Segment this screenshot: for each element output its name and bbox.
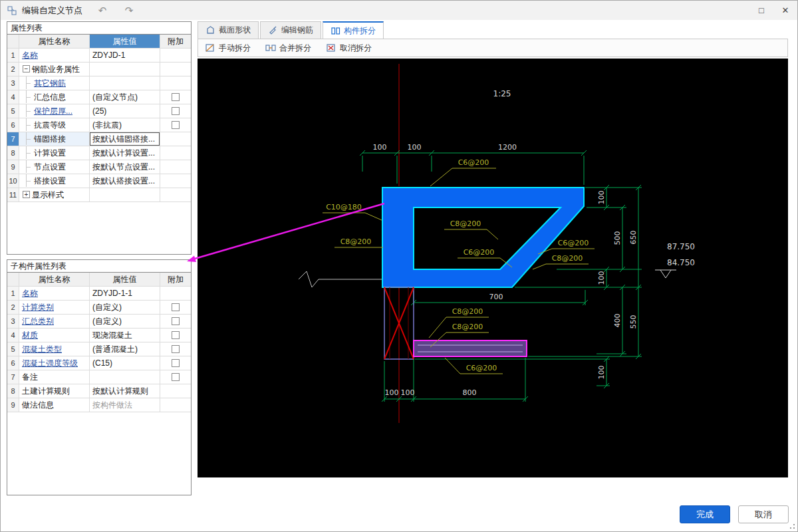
property-value[interactable]: 按构件做法 — [90, 398, 160, 412]
checkbox[interactable] — [172, 373, 180, 381]
checkbox[interactable] — [172, 359, 180, 367]
toolbar-label: 合并拆分 — [279, 43, 311, 54]
property-value[interactable]: 按默认计算规则 — [90, 384, 160, 398]
checkbox[interactable] — [172, 121, 180, 129]
rebar-label: C8@200 — [450, 219, 481, 228]
table-row[interactable]: 2 计算类别 (自定义) — [7, 301, 191, 315]
table-row[interactable]: 1 名称 ZDYJD-1 — [7, 49, 191, 63]
redo-icon[interactable]: ↷ — [122, 5, 136, 17]
rebar-label: C8@200 — [452, 323, 483, 331]
property-name-label[interactable]: 混凝土类型 — [22, 344, 62, 354]
property-name-label: 显示样式 — [32, 190, 64, 200]
tab-component-split[interactable]: 构件拆分 — [323, 21, 384, 39]
row-number: 7 — [7, 370, 19, 384]
property-value[interactable]: (普通混凝土) — [90, 342, 160, 356]
cancel-button[interactable]: 取消 — [738, 505, 789, 523]
table-row[interactable]: 4 材质 现浇混凝土 — [7, 329, 191, 342]
table-row[interactable]: 5 混凝土类型 (普通混凝土) — [7, 342, 191, 356]
merge-split-button[interactable]: 合并拆分 — [265, 43, 311, 54]
property-value[interactable]: (C15) — [90, 356, 160, 370]
table-row[interactable]: 3 汇总类别 (自定义) — [7, 315, 191, 329]
dim-label: 550 — [629, 315, 638, 329]
property-name-label[interactable]: 其它钢筋 — [34, 78, 66, 88]
property-name-label: 抗震等级 — [34, 120, 66, 130]
property-value[interactable]: 按默认搭接设置... — [90, 174, 160, 188]
property-name-label: 汇总信息 — [34, 92, 66, 102]
maximize-button[interactable]: □ — [749, 1, 773, 20]
property-name-label[interactable]: 混凝土强度等级 — [22, 358, 78, 368]
tab-section-shape[interactable]: 截面形状 — [198, 21, 259, 39]
table-row-selected[interactable]: 7 锚固搭接 按默认锚固搭接... — [7, 132, 191, 146]
property-value[interactable]: ZDYJD-1 — [90, 49, 160, 62]
table-header: 属性名称 属性值 附加 — [7, 35, 191, 49]
resize-grip[interactable] — [788, 522, 795, 529]
property-value[interactable]: (非抗震) — [90, 118, 160, 132]
property-value[interactable]: (自定义节点) — [90, 90, 160, 104]
table-row[interactable]: 6 抗震等级 (非抗震) — [7, 118, 191, 132]
title-bar: 编辑自定义节点 ↶ ↷ □ ✕ — [1, 1, 797, 20]
table-row[interactable]: 4 汇总信息 (自定义节点) — [7, 90, 191, 104]
cancel-split-button[interactable]: 取消拆分 — [326, 43, 372, 54]
dim-label: 650 — [629, 231, 638, 245]
drawing-canvas[interactable]: 1:25 — [198, 59, 788, 477]
property-value[interactable]: 按默认节点设置... — [90, 160, 160, 174]
table-row[interactable]: 1 名称 ZDYJD-1-1 — [7, 287, 191, 301]
checkbox[interactable] — [172, 93, 180, 101]
table-row[interactable]: 9 节点设置 按默认节点设置... — [7, 160, 191, 174]
rebar-label: C6@200 — [464, 248, 495, 257]
checkbox[interactable] — [172, 303, 180, 311]
table-row[interactable]: 11 +显示样式 — [7, 188, 191, 202]
property-name-label: 计算设置 — [34, 148, 66, 158]
extra-cell — [160, 398, 191, 412]
table-row[interactable]: 3 其它钢筋 — [7, 76, 191, 90]
table-row[interactable]: 8 计算设置 按默认计算设置... — [7, 146, 191, 160]
close-button[interactable]: ✕ — [773, 1, 797, 20]
table-row[interactable]: 6 混凝土强度等级 (C15) — [7, 356, 191, 370]
manual-split-icon — [205, 43, 215, 53]
property-value-editor[interactable]: 按默认锚固搭接... — [90, 132, 160, 146]
table-row[interactable]: 5 保护层厚... (25) — [7, 104, 191, 118]
checkbox[interactable] — [172, 331, 180, 339]
property-value[interactable] — [90, 76, 160, 90]
extra-cell — [160, 132, 191, 146]
section-shape[interactable] — [382, 188, 584, 287]
property-value[interactable]: (自定义) — [90, 315, 160, 328]
table-row[interactable]: 9 做法信息 按构件做法 — [7, 398, 191, 412]
dim-label: 1200 — [498, 143, 517, 152]
table-row[interactable]: 8 土建计算规则 按默认计算规则 — [7, 384, 191, 398]
extra-cell — [160, 146, 191, 160]
selected-slab[interactable] — [414, 340, 527, 356]
property-value[interactable] — [90, 63, 160, 76]
manual-split-button[interactable]: 手动拆分 — [205, 43, 251, 54]
table-row[interactable]: 7 备注 — [7, 370, 191, 384]
header-blank — [7, 273, 19, 286]
property-value[interactable]: 按默认计算设置... — [90, 146, 160, 160]
property-name-label[interactable]: 汇总类别 — [22, 317, 54, 326]
checkbox[interactable] — [172, 317, 180, 325]
property-list-panel: 属性列表 属性名称 属性值 附加 1 名称 ZDYJD-1 2 −钢筋业务属性 … — [7, 21, 192, 255]
dim-label: 800 — [463, 388, 477, 397]
property-name-label[interactable]: 名称 — [22, 51, 38, 60]
property-value[interactable] — [90, 188, 160, 201]
property-name-label[interactable]: 计算类别 — [22, 303, 54, 312]
property-name-label[interactable]: 材质 — [22, 331, 38, 340]
property-name-label[interactable]: 保护层厚... — [34, 106, 72, 116]
property-value[interactable]: 现浇混凝土 — [90, 329, 160, 342]
property-value[interactable]: (自定义) — [90, 301, 160, 314]
table-row[interactable]: 2 −钢筋业务属性 — [7, 63, 191, 76]
row-number: 2 — [7, 301, 19, 314]
undo-icon[interactable]: ↶ — [96, 5, 109, 17]
finish-button[interactable]: 完成 — [680, 505, 730, 523]
table-row[interactable]: 10 搭接设置 按默认搭接设置... — [7, 174, 191, 188]
row-number: 3 — [7, 315, 19, 328]
checkbox[interactable] — [172, 345, 180, 353]
checkbox[interactable] — [172, 107, 180, 115]
tab-edit-rebar[interactable]: 编辑钢筋 — [260, 21, 321, 39]
elevation-label: 87.750 — [667, 242, 695, 251]
expand-icon[interactable]: + — [23, 191, 30, 198]
property-value[interactable]: (25) — [90, 104, 160, 118]
property-value[interactable] — [90, 370, 160, 384]
collapse-icon[interactable]: − — [23, 65, 30, 72]
property-name-label[interactable]: 名称 — [22, 289, 38, 298]
property-value[interactable]: ZDYJD-1-1 — [90, 287, 160, 300]
